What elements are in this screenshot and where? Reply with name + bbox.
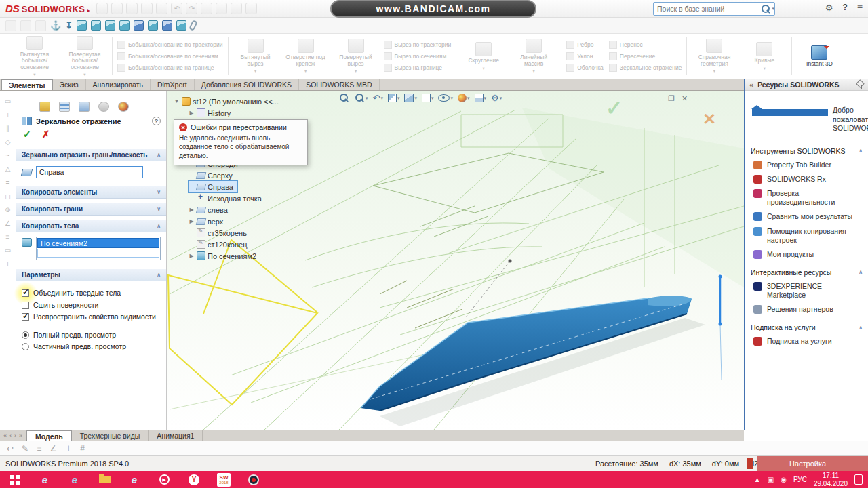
featuremanager-tab-icon[interactable] [39, 102, 50, 112]
tree-item[interactable]: Сверху [189, 169, 233, 181]
document-tab[interactable]: Трехмерные виды [72, 430, 149, 441]
section-subscription[interactable]: Подписка на услуги ∧ [751, 323, 863, 331]
apply-scene-icon[interactable]: ▾ [475, 94, 487, 102]
resource-link[interactable]: Проверка производительности [753, 189, 863, 207]
resource-link[interactable]: Мои продукты [753, 250, 863, 259]
extruded-cut-button[interactable]: Вытянутый вырез▾ [233, 39, 278, 73]
rail-icon[interactable]: ▭ [5, 247, 11, 254]
first-tab-icon[interactable]: « [3, 432, 7, 439]
paperclip-icon[interactable] [189, 20, 198, 31]
collapse-panel-icon[interactable]: « [749, 81, 753, 89]
rebuild-icon[interactable] [216, 3, 227, 14]
section-sw-tools[interactable]: Инструменты SOLIDWORKS ∧ [751, 147, 863, 155]
tree-item[interactable]: ст35корень [189, 227, 247, 239]
new-icon[interactable] [96, 3, 108, 14]
snap-icon[interactable] [35, 20, 46, 31]
rib-button[interactable]: Ребро [566, 41, 604, 49]
search-dropdown-icon[interactable]: ▾ [772, 6, 774, 12]
select-icon[interactable] [201, 3, 212, 14]
boundary-boss-button[interactable]: Бобышка/основание на границе [117, 64, 223, 72]
resource-link[interactable]: Решения партнеров [753, 305, 863, 314]
command-tab[interactable]: Добавления SOLIDWORKS [195, 79, 299, 90]
volume-icon[interactable]: ◉ [781, 476, 787, 483]
empty-selection-slot[interactable] [37, 249, 159, 258]
rail-icon[interactable]: △ [5, 165, 11, 173]
section-copy-faces[interactable]: Копировать грани ∨ [16, 203, 166, 216]
checkbox-row[interactable]: Сшить поверхности [22, 301, 157, 310]
command-tab[interactable]: DimXpert [151, 79, 195, 90]
previous-view-icon[interactable]: ↶▾ [373, 93, 383, 103]
angle-tool-icon[interactable]: ∠ [50, 444, 57, 453]
perpendicular-tool-icon[interactable]: ⊥ [65, 444, 72, 453]
customize-status-area[interactable]: Настройка [757, 456, 868, 471]
tree-item[interactable]: ▶ По сечениям2 [189, 250, 256, 262]
lofted-cut-button[interactable]: Вырез по сечениям [384, 52, 452, 60]
search-input[interactable] [654, 5, 761, 13]
resource-link[interactable]: Property Tab Builder [753, 161, 863, 169]
start-button[interactable] [0, 471, 30, 488]
taskbar-bandicam[interactable] [239, 471, 269, 488]
document-tab[interactable]: Модель [26, 430, 72, 441]
rail-icon[interactable]: ~ [6, 152, 10, 159]
checkbox-icon[interactable] [22, 302, 29, 309]
rail-icon[interactable]: ∠ [5, 220, 11, 227]
move-button[interactable]: Перенос [609, 41, 682, 49]
command-tab[interactable]: SOLIDWORKS MBD [299, 79, 379, 90]
instant3d-button[interactable]: Instant 3D [797, 45, 842, 68]
save-icon[interactable] [126, 3, 138, 14]
cube-top-icon[interactable] [134, 20, 144, 30]
prev-tab-icon[interactable]: ‹ [9, 432, 12, 439]
selected-body-item[interactable]: По сечениям2 [37, 238, 159, 248]
revolved-cut-button[interactable]: Повернутый вырез▾ [334, 39, 378, 73]
next-tab-icon[interactable]: › [14, 432, 16, 439]
radio-icon[interactable] [22, 343, 29, 350]
selected-edge[interactable] [719, 275, 722, 380]
grid-tool-icon[interactable]: # [80, 444, 85, 453]
view-orientation-icon[interactable]: ▾ [404, 94, 417, 102]
linear-pattern-button[interactable]: Линейный массив▾ [511, 39, 556, 73]
language-indicator[interactable]: РУС [793, 476, 807, 483]
draft-button[interactable]: Уклон [566, 52, 604, 60]
highlighted-sketch[interactable] [168, 240, 317, 405]
taskbar-solidworks[interactable]: SW 2018 [209, 471, 239, 488]
radio-row[interactable]: Частичный предв. просмотр [22, 342, 157, 351]
search-icon[interactable] [761, 4, 770, 14]
configurationmanager-tab-icon[interactable] [79, 102, 90, 112]
print-icon[interactable] [141, 3, 153, 14]
bodies-listbox[interactable]: По сечениям2 [36, 237, 161, 260]
rail-icon[interactable]: ∥ [6, 125, 9, 132]
undo-tool-icon[interactable]: ↩ [7, 444, 14, 453]
options-icon[interactable] [245, 3, 257, 14]
expand-arrow-icon[interactable]: ▶ [189, 110, 195, 116]
menu-icon[interactable]: ≡ [857, 2, 863, 13]
arrow-down-icon[interactable]: ↧ [65, 20, 73, 30]
close-icon[interactable]: ✕ [682, 94, 688, 103]
resource-link[interactable]: Помощник копирования настроек [753, 227, 863, 245]
file-properties-icon[interactable] [231, 3, 242, 14]
cancel-icon[interactable]: ✗ [42, 129, 50, 140]
help-icon[interactable]: ? [842, 3, 847, 12]
radio-icon[interactable] [22, 331, 29, 339]
zoom-fit-icon[interactable] [339, 93, 350, 103]
hidden-icons-icon[interactable]: ▲ [754, 476, 761, 483]
tree-item[interactable]: Справа [189, 181, 237, 192]
displaymanager-tab-icon[interactable] [118, 102, 129, 112]
taskbar-explorer[interactable] [90, 471, 119, 488]
resource-link[interactable]: 3DEXPERIENCE Marketplace [753, 282, 863, 300]
open-icon[interactable] [111, 3, 123, 14]
pin-icon[interactable] [857, 81, 864, 89]
layout-icon[interactable] [5, 20, 16, 31]
checkbox-row[interactable]: Распространить свойства видимости [22, 312, 157, 321]
extruded-boss-button[interactable]: Вытянутая бобышка/основание▾ [12, 36, 57, 77]
taskbar-yandex[interactable]: Y [179, 471, 209, 488]
intersect-button[interactable]: Пересечение [609, 52, 682, 60]
cube-dimetric-icon[interactable] [176, 20, 186, 30]
checkbox-icon[interactable] [22, 313, 29, 321]
network-icon[interactable]: ▣ [768, 476, 774, 483]
action-center-icon[interactable] [854, 474, 863, 485]
command-tab[interactable]: Эскиз [53, 79, 86, 90]
taskbar-clock[interactable]: 17:11 29.04.2020 [814, 472, 848, 488]
list-tool-icon[interactable]: ≡ [37, 444, 41, 453]
view-settings-icon[interactable]: ⚙▾ [491, 93, 502, 103]
checkbox-icon[interactable] [22, 289, 29, 297]
